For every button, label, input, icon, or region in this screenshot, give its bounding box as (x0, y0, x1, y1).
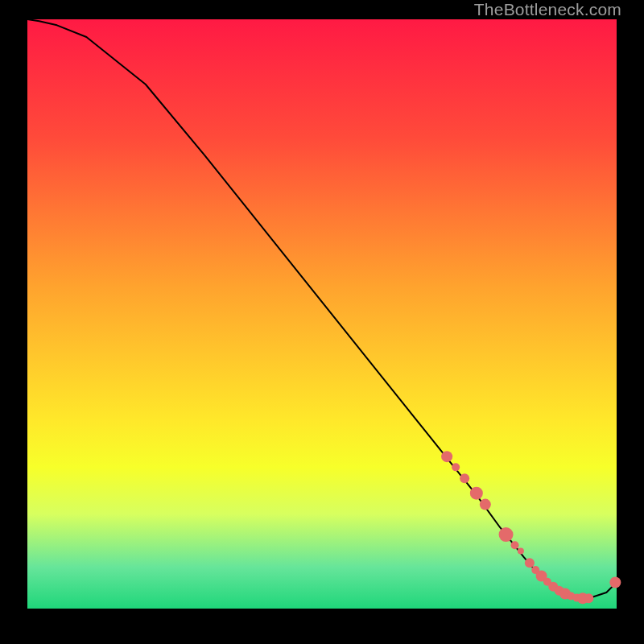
chart-svg (27, 19, 618, 610)
data-marker (460, 473, 469, 483)
data-marker (441, 451, 452, 462)
data-marker (518, 548, 524, 555)
watermark-text: TheBottleneck.com (474, 0, 621, 19)
data-marker (452, 463, 460, 471)
data-markers (441, 451, 621, 604)
data-marker (511, 541, 519, 549)
bottleneck-curve (27, 19, 618, 598)
data-marker (480, 499, 491, 510)
chart-area (27, 19, 617, 609)
data-marker (525, 558, 535, 568)
data-marker (584, 593, 593, 603)
stage: TheBottleneck.com (0, 0, 644, 644)
data-marker (470, 487, 483, 500)
data-marker (499, 527, 514, 542)
data-marker (609, 577, 621, 588)
